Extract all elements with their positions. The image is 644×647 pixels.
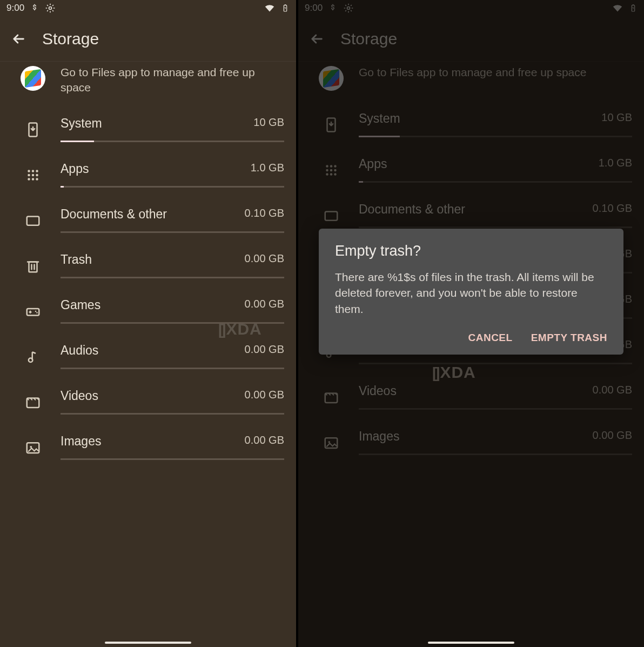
category-size: 0.00 GB xyxy=(593,384,632,398)
category-bar xyxy=(61,186,284,188)
video-icon xyxy=(21,389,45,410)
app-bar: Storage xyxy=(298,16,644,62)
category-name: Images xyxy=(359,429,399,444)
category-name: System xyxy=(359,111,400,126)
category-size: 0.00 GB xyxy=(245,343,284,358)
category-row-phone-down[interactable]: System 10 GB xyxy=(298,102,644,147)
empty-trash-dialog: Empty trash? There are %1$s of files in … xyxy=(319,229,623,355)
files-tip-text: Go to Files app to manage and free up sp… xyxy=(359,65,586,91)
screen-storage: 9:00 Storage Go to Files app to manage a… xyxy=(0,0,296,647)
status-wifi-icon xyxy=(612,2,623,14)
category-bar xyxy=(359,226,632,228)
category-row-image[interactable]: Images 0.00 GB xyxy=(298,419,644,465)
category-size: 0.10 GB xyxy=(593,202,632,217)
category-size: 0.10 GB xyxy=(245,207,284,222)
category-size: 0.00 GB xyxy=(245,252,284,267)
status-wifi-icon xyxy=(264,2,276,14)
nav-handle[interactable] xyxy=(105,642,191,644)
category-name: Apps xyxy=(359,157,387,171)
files-tip-row[interactable]: Go to Files app to manage and free up sp… xyxy=(0,62,296,106)
folder-icon xyxy=(319,202,344,224)
dialog-cancel-button[interactable]: CANCEL xyxy=(468,332,512,344)
gamepad-icon xyxy=(21,298,45,319)
xda-watermark: XDA xyxy=(432,363,476,382)
category-bar xyxy=(61,413,284,415)
category-name: Videos xyxy=(359,384,397,398)
back-icon[interactable] xyxy=(309,31,324,46)
category-size: 10 GB xyxy=(601,111,632,126)
category-name: Images xyxy=(61,434,101,449)
storage-content: Go to Files app to manage and free up sp… xyxy=(0,62,296,470)
category-size: 1.0 GB xyxy=(599,157,632,171)
dialog-confirm-button[interactable]: EMPTY TRASH xyxy=(531,332,607,344)
category-size: 1.0 GB xyxy=(251,162,284,176)
category-bar xyxy=(359,181,632,183)
category-row-folder[interactable]: Documents & other 0.10 GB xyxy=(0,197,296,243)
category-size: 0.00 GB xyxy=(245,434,284,449)
category-name: Apps xyxy=(61,162,89,176)
category-row-grid[interactable]: Apps 1.0 GB xyxy=(298,147,644,192)
status-bar: 9:00 xyxy=(298,0,644,16)
category-size: 0.00 GB xyxy=(593,429,632,444)
category-bar xyxy=(61,277,284,278)
status-time: 9:00 xyxy=(6,3,24,14)
status-s-icon xyxy=(328,3,338,13)
video-icon xyxy=(319,384,344,405)
category-bar xyxy=(359,408,632,410)
category-row-phone-down[interactable]: System 10 GB xyxy=(0,106,296,152)
category-size: 10 GB xyxy=(253,116,284,131)
category-row-video[interactable]: Videos 0.00 GB xyxy=(0,379,296,424)
status-time: 9:00 xyxy=(305,3,323,14)
category-bar xyxy=(61,141,284,142)
dialog-body: There are %1$s of files in the trash. Al… xyxy=(335,269,607,317)
category-size: 0.00 GB xyxy=(245,389,284,403)
category-name: Documents & other xyxy=(359,202,465,217)
category-name: Documents & other xyxy=(61,207,167,222)
category-bar xyxy=(61,368,284,369)
xda-watermark: XDA xyxy=(218,320,262,338)
category-bar xyxy=(61,458,284,460)
category-row-grid[interactable]: Apps 1.0 GB xyxy=(0,152,296,197)
files-app-icon xyxy=(319,66,344,91)
page-title: Storage xyxy=(42,30,99,48)
image-icon xyxy=(21,434,45,456)
category-row-trash[interactable]: Trash 0.00 GB xyxy=(0,243,296,288)
status-gear-icon xyxy=(45,3,56,14)
category-name: Games xyxy=(61,298,100,312)
status-s-icon xyxy=(30,3,39,13)
phone-down-icon xyxy=(319,111,344,133)
status-battery-icon xyxy=(281,2,290,14)
category-row-music[interactable]: Audios 0.00 GB xyxy=(0,333,296,379)
image-icon xyxy=(319,429,344,451)
status-bar: 9:00 xyxy=(0,0,296,16)
files-tip-row[interactable]: Go to Files app to manage and free up sp… xyxy=(298,62,644,102)
dialog-title: Empty trash? xyxy=(335,243,607,259)
status-battery-icon xyxy=(629,2,638,14)
category-bar xyxy=(61,231,284,233)
status-gear-icon xyxy=(343,3,354,14)
page-title: Storage xyxy=(340,30,397,48)
category-name: Videos xyxy=(61,389,98,403)
category-bar xyxy=(359,136,632,137)
category-name: System xyxy=(61,116,102,131)
grid-icon xyxy=(319,157,344,178)
trash-icon xyxy=(21,252,45,274)
app-bar: Storage xyxy=(0,16,296,62)
files-tip-text: Go to Files app to manage and free up sp… xyxy=(61,65,284,96)
nav-handle[interactable] xyxy=(428,642,514,644)
screen-storage-dialog: 9:00 Storage Go to Files app to manage a… xyxy=(298,0,644,647)
category-row-image[interactable]: Images 0.00 GB xyxy=(0,424,296,470)
category-size: 0.00 GB xyxy=(245,298,284,312)
category-name: Audios xyxy=(61,343,98,358)
folder-icon xyxy=(21,207,45,229)
category-name: Trash xyxy=(61,252,92,267)
music-icon xyxy=(21,343,45,365)
phone-down-icon xyxy=(21,116,45,138)
files-app-icon xyxy=(21,66,45,91)
grid-icon xyxy=(21,162,45,183)
category-bar xyxy=(359,453,632,455)
category-bar xyxy=(359,363,632,364)
back-icon[interactable] xyxy=(11,31,26,46)
